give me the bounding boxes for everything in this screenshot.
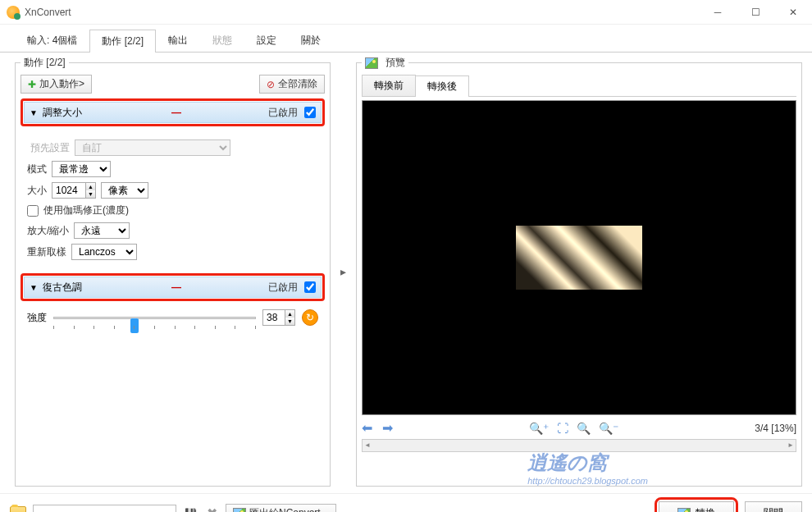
resize-enable-checkbox[interactable] (304, 107, 316, 118)
resize-title: 調整大小 (43, 106, 163, 120)
resample-label: 重新取樣 (27, 245, 66, 259)
size-label: 大小 (27, 184, 47, 198)
preview-image (516, 226, 642, 290)
preview-fieldset: 預覽 轉換前 轉換後 ⬅ ➡ 🔍⁺ ⛶ 🔍 🔍⁻ 3 (356, 56, 802, 487)
intensity-slider[interactable] (53, 309, 256, 326)
size-spinner[interactable]: ▲▼ (86, 182, 96, 199)
sepia-title: 復古色調 (43, 281, 163, 295)
sepia-enable-label: 已啟用 (268, 281, 298, 295)
gamma-label: 使用伽瑪修正(濃度) (43, 203, 129, 217)
reset-intensity-button[interactable]: ↻ (302, 309, 318, 326)
maximize-button[interactable]: ☐ (737, 0, 774, 25)
actions-legend: 動作 [2/2] (21, 56, 69, 70)
preview-status: 3/4 [13%] (755, 423, 796, 434)
minimize-button[interactable]: ─ (699, 0, 737, 25)
mode-select[interactable]: 最常邊 (52, 161, 111, 177)
sepia-enable-checkbox[interactable] (304, 281, 316, 293)
window-title: XnConvert (25, 7, 699, 18)
close-window-button[interactable]: ✕ (774, 0, 812, 25)
preview-canvas[interactable] (362, 100, 796, 415)
scale-label: 放大/縮小 (27, 224, 69, 238)
intensity-input[interactable] (262, 309, 285, 326)
resize-enable-label: 已啟用 (268, 106, 298, 120)
remove-resize-button[interactable]: — (168, 107, 185, 118)
save-icon[interactable]: 💾 (183, 506, 198, 513)
open-folder-button[interactable] (10, 506, 26, 513)
app-icon (7, 6, 20, 19)
script-dropdown[interactable]: ▾ (33, 505, 176, 513)
preview-after-tab[interactable]: 轉換後 (415, 75, 469, 97)
scale-select[interactable]: 永遠 (74, 222, 130, 239)
tab-settings[interactable]: 設定 (244, 29, 289, 52)
tab-status: 狀態 (200, 29, 244, 52)
delete-icon[interactable]: ✖ (204, 506, 219, 513)
tab-output[interactable]: 輸出 (156, 29, 200, 52)
preview-scrollbar[interactable] (362, 439, 796, 452)
zoom-in-icon[interactable]: 🔍⁺ (529, 422, 549, 435)
collapse-icon[interactable]: ▼ (30, 283, 38, 292)
tab-input[interactable]: 輸入: 4個檔 (15, 29, 89, 52)
tab-actions[interactable]: 動作 [2/2] (89, 30, 156, 53)
bottom-bar: ▾ 💾 ✖ 匯出給NConvert... 轉換 關閉 (0, 493, 812, 512)
sepia-action-highlight: ▼ 復古色調 — 已啟用 (21, 273, 325, 301)
actions-fieldset: 動作 [2/2] ✚ 加入動作> ⊘ 全部清除 ▼ 調整大小 — (15, 56, 331, 487)
zoom-out-icon[interactable]: 🔍⁻ (599, 422, 618, 435)
intensity-spinner[interactable]: ▲▼ (285, 309, 295, 326)
preset-label: 預先設置 (27, 141, 70, 155)
add-action-button[interactable]: ✚ 加入動作> (21, 75, 92, 94)
picture-icon (365, 57, 378, 69)
convert-icon (677, 508, 691, 513)
tab-about[interactable]: 關於 (289, 29, 333, 52)
close-button[interactable]: 關閉 (745, 501, 802, 512)
size-input[interactable] (52, 182, 86, 199)
clear-icon: ⊘ (267, 79, 275, 90)
zoom-actual-icon[interactable]: 🔍 (577, 422, 591, 435)
convert-button[interactable]: 轉換 (659, 501, 734, 512)
resample-select[interactable]: Lanczos (71, 244, 137, 260)
preset-select: 自訂 (75, 139, 230, 156)
prev-image-button[interactable]: ⬅ (362, 420, 372, 436)
resize-action-body: 預先設置 自訂 模式 最常邊 大小 ▲▼ (21, 130, 325, 270)
plus-icon: ✚ (28, 79, 36, 90)
transform-arrow-icon: ▸ (334, 265, 353, 278)
next-image-button[interactable]: ➡ (382, 420, 393, 436)
mode-label: 模式 (27, 162, 47, 176)
main-tabbar: 輸入: 4個檔 動作 [2/2] 輸出 狀態 設定 關於 (0, 30, 812, 53)
collapse-icon[interactable]: ▼ (30, 108, 38, 117)
resize-action-header[interactable]: ▼ 調整大小 — 已啟用 (24, 102, 322, 123)
preview-legend: 預覽 (362, 56, 408, 70)
export-nconvert-button[interactable]: 匯出給NConvert... (226, 504, 336, 512)
convert-highlight: 轉換 (655, 497, 738, 512)
gamma-checkbox[interactable] (27, 205, 39, 217)
remove-sepia-button[interactable]: — (168, 281, 185, 293)
sepia-action-body: 強度 ▲▼ ↻ (21, 304, 325, 331)
resize-action-highlight: ▼ 調整大小 — 已啟用 (21, 98, 325, 126)
sepia-action-header[interactable]: ▼ 復古色調 — 已啟用 (24, 277, 322, 298)
size-unit-select[interactable]: 像素 (101, 182, 148, 199)
clear-all-button[interactable]: ⊘ 全部清除 (259, 75, 325, 94)
intensity-label: 強度 (27, 311, 47, 325)
preview-before-tab[interactable]: 轉換前 (362, 75, 416, 96)
titlebar: XnConvert ─ ☐ ✕ (0, 0, 812, 25)
zoom-fit-icon[interactable]: ⛶ (557, 422, 568, 435)
export-icon (233, 508, 246, 513)
